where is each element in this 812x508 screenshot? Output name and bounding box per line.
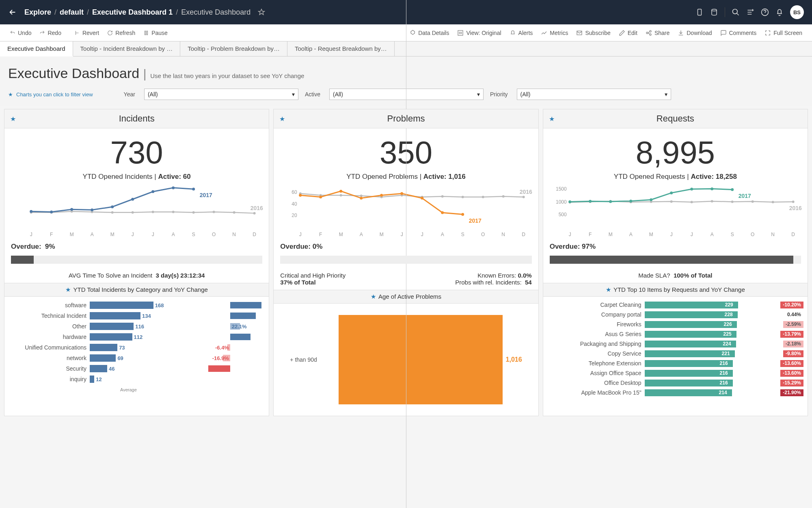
problems-rel-label: Probs with rel. Incidents: bbox=[455, 279, 521, 286]
revert-button[interactable]: Revert bbox=[70, 30, 103, 36]
svg-point-68 bbox=[441, 195, 444, 198]
subscribe-button[interactable]: Subscribe bbox=[572, 30, 614, 36]
svg-text:A: A bbox=[360, 232, 363, 237]
svg-text:F: F bbox=[50, 232, 53, 237]
svg-point-117 bbox=[690, 188, 693, 191]
svg-text:J: J bbox=[690, 232, 693, 237]
svg-point-75 bbox=[339, 190, 342, 193]
svg-point-110 bbox=[792, 201, 794, 203]
svg-text:60: 60 bbox=[292, 189, 298, 195]
svg-text:O: O bbox=[212, 232, 216, 237]
requests-line-chart[interactable]: 50010001500JFMAMJJASOND20172016 bbox=[543, 182, 808, 239]
svg-rect-0 bbox=[698, 9, 702, 15]
incidents-overdue-bar bbox=[11, 256, 262, 264]
alerts-button[interactable]: Alerts bbox=[505, 30, 537, 36]
breadcrumb: Explore/ default/ Executive Dashboard 1/… bbox=[24, 8, 265, 17]
svg-point-77 bbox=[380, 194, 383, 197]
svg-point-81 bbox=[461, 213, 464, 216]
tab-tooltip-problem[interactable]: Tooltip - Problem Breakdown by… bbox=[180, 41, 287, 56]
svg-point-41 bbox=[151, 190, 154, 193]
problems-rel-value: 54 bbox=[525, 279, 532, 286]
svg-text:J: J bbox=[299, 232, 302, 237]
device-preview-icon[interactable] bbox=[692, 5, 707, 20]
back-icon[interactable] bbox=[8, 8, 17, 17]
svg-text:J: J bbox=[132, 232, 134, 237]
svg-point-40 bbox=[131, 198, 134, 201]
refresh-button[interactable]: Refresh bbox=[103, 30, 139, 36]
view-button[interactable]: View: Original bbox=[453, 30, 505, 36]
problems-title: Problems bbox=[279, 113, 532, 124]
svg-point-2 bbox=[733, 9, 738, 14]
svg-point-76 bbox=[360, 197, 363, 200]
crumb-workbook[interactable]: Executive Dashboard 1 bbox=[92, 8, 173, 17]
requests-sla-value: 100% of Total bbox=[674, 272, 713, 279]
requests-card: ★Requests 8,995 YTD Opened Requests | Ac… bbox=[543, 109, 808, 416]
svg-point-64 bbox=[360, 195, 363, 197]
crumb-default[interactable]: default bbox=[60, 8, 84, 17]
svg-text:J: J bbox=[568, 232, 571, 237]
svg-text:2016: 2016 bbox=[789, 205, 801, 211]
download-button[interactable]: Download bbox=[674, 30, 716, 36]
incidents-avg-value: 3 day(s) 23:12:34 bbox=[156, 272, 205, 279]
tab-tooltip-incident[interactable]: Tooltip - Incident Breakdown by … bbox=[73, 41, 181, 56]
requests-title: Requests bbox=[549, 113, 802, 124]
svg-text:2017: 2017 bbox=[200, 192, 212, 198]
svg-text:O: O bbox=[751, 232, 754, 237]
svg-rect-5 bbox=[147, 31, 147, 35]
redo-button[interactable]: Redo bbox=[35, 30, 65, 36]
svg-text:1500: 1500 bbox=[556, 186, 567, 192]
svg-text:500: 500 bbox=[558, 212, 566, 217]
requests-overdue: Overdue: 97% bbox=[543, 239, 808, 254]
favorite-icon[interactable] bbox=[258, 9, 265, 16]
notifications-icon[interactable] bbox=[772, 5, 787, 20]
svg-text:2017: 2017 bbox=[469, 217, 482, 224]
svg-text:M: M bbox=[649, 232, 653, 237]
undo-button[interactable]: Undo bbox=[6, 30, 35, 36]
svg-text:J: J bbox=[421, 232, 423, 237]
active-dropdown[interactable]: (All)▾ bbox=[329, 89, 484, 100]
svg-text:D: D bbox=[791, 232, 795, 237]
metrics-button[interactable]: Metrics bbox=[537, 30, 572, 36]
svg-text:A: A bbox=[91, 232, 94, 237]
year-dropdown[interactable]: (All)▾ bbox=[144, 89, 298, 100]
fullscreen-button[interactable]: Full Screen bbox=[760, 30, 806, 36]
priority-dropdown[interactable]: (All)▾ bbox=[517, 89, 671, 100]
edit-button[interactable]: Edit bbox=[615, 30, 641, 36]
svg-text:A: A bbox=[710, 232, 713, 237]
requests-value: 8,995 bbox=[543, 134, 808, 171]
search-icon[interactable] bbox=[728, 5, 743, 20]
list-add-icon[interactable] bbox=[743, 5, 758, 20]
help-icon[interactable] bbox=[758, 5, 772, 20]
svg-point-119 bbox=[731, 188, 734, 191]
requests-label: YTD Opened Requests | Active: 18,258 bbox=[543, 173, 808, 181]
comments-button[interactable]: Comments bbox=[716, 30, 761, 36]
tab-executive-dashboard[interactable]: Executive Dashboard bbox=[0, 41, 73, 56]
incidents-category-chart[interactable]: softwareTechnical IncidentOtherhardwareU… bbox=[4, 297, 269, 398]
crumb-explore[interactable]: Explore bbox=[24, 8, 51, 17]
incidents-card: ★Incidents 730 YTD Opened Incidents | Ac… bbox=[4, 109, 269, 416]
requests-overdue-bar bbox=[550, 256, 801, 264]
share-button[interactable]: Share bbox=[641, 30, 674, 36]
svg-point-71 bbox=[502, 195, 505, 198]
svg-point-10 bbox=[650, 34, 651, 35]
svg-point-109 bbox=[771, 201, 774, 203]
requests-top10-chart[interactable]: Carpet CleaningCompany portalFireworksAs… bbox=[543, 297, 808, 401]
svg-point-31 bbox=[192, 211, 195, 214]
svg-text:M: M bbox=[608, 232, 612, 237]
svg-text:M: M bbox=[70, 232, 74, 237]
pause-button[interactable]: Pause bbox=[139, 30, 172, 36]
data-details-button[interactable]: Data Details bbox=[405, 30, 453, 36]
svg-text:J: J bbox=[401, 232, 403, 237]
avatar[interactable]: BS bbox=[790, 5, 804, 19]
active-label: Active bbox=[305, 91, 320, 98]
svg-point-42 bbox=[172, 187, 175, 189]
svg-text:D: D bbox=[522, 232, 526, 237]
requests-sla-label: Made SLA? bbox=[638, 272, 670, 279]
datasource-icon[interactable] bbox=[707, 5, 721, 20]
incidents-line-chart[interactable]: JFMAMJJASOND20172016 bbox=[4, 182, 269, 239]
page-title: Executive Dashboard bbox=[8, 65, 139, 81]
svg-point-107 bbox=[731, 201, 733, 203]
svg-point-106 bbox=[710, 200, 713, 202]
svg-point-8 bbox=[646, 32, 648, 34]
tab-tooltip-request[interactable]: Tooltip - Request Breakdown by… bbox=[287, 41, 395, 56]
